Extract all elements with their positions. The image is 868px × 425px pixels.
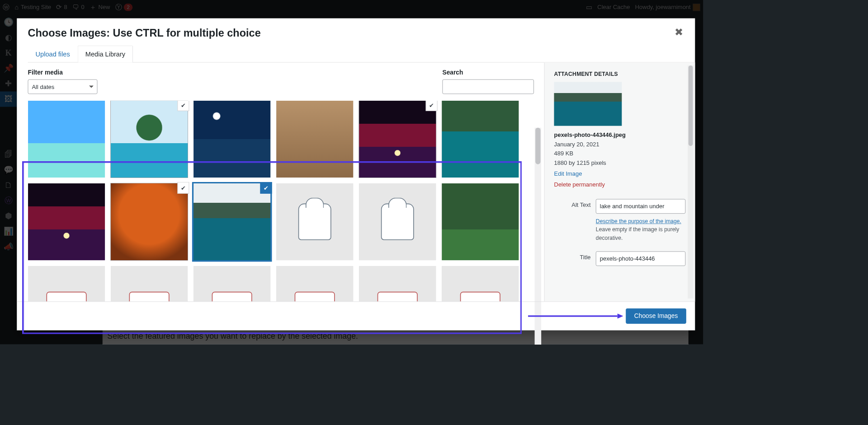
media-item[interactable]: ✔	[359, 101, 436, 177]
annotation-arrow-icon	[528, 313, 623, 318]
media-thumbnail	[276, 101, 353, 177]
media-item[interactable]: ✔	[111, 101, 188, 177]
tab-media-library[interactable]: Media Library	[78, 46, 133, 62]
media-thumbnail	[28, 183, 105, 260]
modal-title: Choose Images: Use CTRL for multiple cho…	[28, 27, 684, 39]
check-icon[interactable]: ✔	[177, 182, 189, 194]
check-icon[interactable]: ✔	[425, 101, 437, 111]
attachment-thumbnail	[554, 82, 622, 126]
media-item[interactable]	[276, 266, 353, 302]
close-button[interactable]: ✖	[671, 24, 687, 40]
attachment-details-panel: ATTACHMENT DETAILS pexels-photo-443446.j…	[544, 63, 695, 302]
media-thumbnail	[442, 183, 519, 260]
media-grid: ✔✔✔✔	[28, 101, 533, 302]
date-filter-select[interactable]: All dates	[28, 79, 98, 94]
alt-help-text: Describe the purpose of the image. Leave…	[596, 217, 685, 242]
search-label: Search	[442, 69, 534, 76]
delete-link[interactable]: Delete permanently	[554, 182, 605, 188]
title-input[interactable]	[596, 252, 685, 266]
tee-icon	[460, 292, 500, 302]
media-thumbnail	[442, 101, 519, 177]
edit-image-link[interactable]: Edit Image	[554, 171, 582, 177]
title-label: Title	[554, 252, 591, 261]
media-thumbnail	[193, 101, 270, 177]
media-thumbnail	[193, 183, 270, 260]
media-thumbnail	[28, 101, 105, 177]
modal-header: Choose Images: Use CTRL for multiple cho…	[17, 19, 695, 39]
choose-images-button[interactable]: Choose Images	[626, 308, 686, 324]
media-item[interactable]	[359, 266, 436, 302]
media-item[interactable]	[28, 183, 105, 260]
check-icon[interactable]: ✔	[260, 182, 272, 194]
media-item[interactable]: ✔	[111, 183, 188, 260]
filter-bar: Filter media All dates Search	[28, 69, 534, 94]
tee-icon	[377, 292, 417, 302]
tee-icon	[129, 292, 169, 302]
tee-icon	[212, 292, 252, 302]
media-modal: Choose Images: Use CTRL for multiple cho…	[17, 19, 695, 331]
alt-label: Alt Text	[554, 199, 591, 208]
attachment-dims: 1880 by 1215 pixels	[554, 159, 686, 168]
hoodie-icon	[381, 203, 414, 240]
attachment-date: January 20, 2021	[554, 140, 686, 149]
media-item[interactable]	[442, 183, 519, 260]
search-input[interactable]	[442, 79, 534, 94]
media-thumbnail	[28, 266, 105, 302]
media-grid-scroll[interactable]: ✔✔✔✔	[28, 101, 534, 302]
media-item[interactable]	[442, 266, 519, 302]
close-icon: ✖	[675, 26, 683, 38]
media-item[interactable]	[359, 183, 436, 260]
media-item[interactable]: ✔	[193, 183, 270, 260]
media-thumbnail	[442, 266, 519, 302]
media-thumbnail	[359, 183, 436, 260]
hoodie-icon	[298, 203, 331, 240]
attachment-heading: ATTACHMENT DETAILS	[554, 70, 686, 77]
title-row: Title	[554, 252, 686, 266]
media-thumbnail	[359, 266, 436, 302]
modal-tabs: Upload files Media Library	[28, 46, 695, 62]
modal-body: Filter media All dates Search ✔✔✔✔ ATTAC…	[17, 63, 695, 302]
alt-text-input[interactable]	[596, 199, 685, 213]
media-item[interactable]	[111, 266, 188, 302]
media-item[interactable]	[276, 101, 353, 177]
media-item[interactable]	[442, 101, 519, 177]
tee-icon	[294, 292, 335, 302]
media-thumbnail	[276, 183, 353, 260]
media-item[interactable]	[193, 101, 270, 177]
media-thumbnail	[111, 266, 188, 302]
attachment-filename: pexels-photo-443446.jpeg	[554, 130, 686, 140]
check-icon[interactable]: ✔	[177, 101, 189, 111]
alt-text-row: Alt Text Describe the purpose of the ima…	[554, 199, 686, 242]
modal-footer: Choose Images	[17, 301, 695, 330]
media-item[interactable]	[28, 101, 105, 177]
media-thumbnail	[359, 101, 436, 177]
tab-upload[interactable]: Upload files	[28, 46, 78, 62]
media-thumbnail	[111, 101, 188, 177]
filter-label: Filter media	[28, 69, 98, 76]
attachment-meta: pexels-photo-443446.jpeg January 20, 202…	[554, 130, 686, 189]
attachment-size: 489 KB	[554, 149, 686, 159]
panel-scrollbar[interactable]	[688, 65, 693, 299]
media-thumbnail	[193, 266, 270, 302]
media-thumbnail	[276, 266, 353, 302]
media-item[interactable]	[276, 183, 353, 260]
tee-icon	[46, 292, 86, 302]
media-main: Filter media All dates Search ✔✔✔✔	[17, 63, 544, 302]
media-item[interactable]	[28, 266, 105, 302]
media-thumbnail	[111, 183, 188, 260]
panel-scroll-thumb[interactable]	[689, 65, 693, 146]
alt-help-link[interactable]: Describe the purpose of the image.	[596, 218, 681, 224]
svg-marker-1	[618, 313, 623, 318]
media-item[interactable]	[193, 266, 270, 302]
scrollbar-thumb[interactable]	[535, 128, 540, 164]
